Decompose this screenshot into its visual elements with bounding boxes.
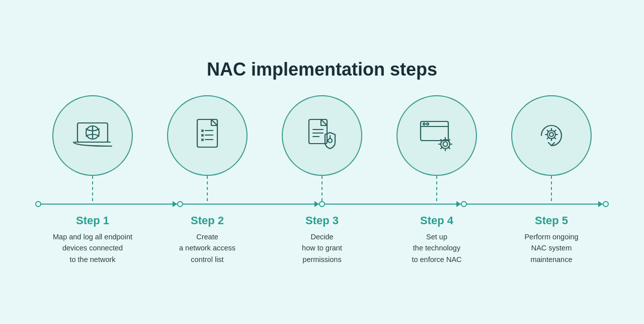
step-1-circle bbox=[52, 95, 133, 176]
svg-point-24 bbox=[443, 142, 448, 146]
step-2-circle bbox=[167, 95, 248, 176]
dash-2 bbox=[150, 176, 265, 201]
step-5-label-area: Step 5 Perform ongoingNAC systemmaintena… bbox=[494, 214, 609, 265]
dash-1 bbox=[35, 176, 150, 201]
step-4-icon-container bbox=[379, 95, 494, 176]
step-1-icon-container bbox=[35, 95, 150, 176]
svg-rect-3 bbox=[197, 119, 217, 147]
page-title: NAC implementation steps bbox=[207, 59, 437, 80]
svg-line-42 bbox=[547, 137, 549, 139]
step-2-icon-container bbox=[150, 95, 265, 176]
svg-line-32 bbox=[441, 147, 442, 149]
svg-line-41 bbox=[554, 130, 556, 132]
dash-4 bbox=[379, 176, 494, 201]
step-5-description: Perform ongoingNAC systemmaintenance bbox=[524, 231, 578, 265]
timeline bbox=[35, 201, 609, 207]
step-2-description: Createa network accesscontrol list bbox=[179, 231, 235, 265]
timeline-dot-2 bbox=[177, 201, 183, 207]
timeline-segment-2 bbox=[183, 204, 319, 205]
step-4-description: Set upthe technologyto enforce NAC bbox=[412, 231, 461, 265]
timeline-segment-4 bbox=[467, 204, 603, 205]
steps-icons-row bbox=[35, 95, 609, 176]
timeline-dot-3 bbox=[319, 201, 325, 207]
timeline-dot-4 bbox=[461, 201, 467, 207]
svg-point-22 bbox=[427, 123, 429, 125]
svg-line-40 bbox=[554, 137, 556, 139]
svg-point-34 bbox=[549, 133, 553, 137]
step-1-description: Map and log all endpointdevices connecte… bbox=[53, 231, 132, 265]
step-4-label-area: Step 4 Set upthe technologyto enforce NA… bbox=[379, 214, 494, 265]
step-3-icon-container bbox=[265, 95, 379, 176]
dashes-row bbox=[35, 176, 609, 201]
step-3-circle bbox=[282, 95, 362, 176]
dash-3 bbox=[265, 176, 379, 201]
step-1-label: Step 1 bbox=[76, 214, 109, 227]
svg-point-17 bbox=[328, 139, 332, 143]
timeline-segment-3 bbox=[325, 204, 461, 205]
svg-point-21 bbox=[423, 123, 425, 125]
step-3-description: Decidehow to grantpermissions bbox=[302, 231, 342, 265]
svg-line-30 bbox=[448, 147, 450, 149]
step-5-label: Step 5 bbox=[535, 214, 568, 227]
step-3-label: Step 3 bbox=[305, 214, 339, 227]
timeline-segment-1 bbox=[41, 204, 177, 205]
timeline-dot-5 bbox=[603, 201, 609, 207]
step-2-label-area: Step 2 Createa network accesscontrol lis… bbox=[150, 214, 265, 265]
timeline-dot-1 bbox=[35, 201, 41, 207]
steps-labels-row: Step 1 Map and log all endpointdevices c… bbox=[35, 214, 609, 265]
dash-5 bbox=[494, 176, 609, 201]
step-1-label-area: Step 1 Map and log all endpointdevices c… bbox=[35, 214, 150, 265]
step-5-icon-container bbox=[494, 95, 609, 176]
step-5-circle bbox=[511, 95, 592, 176]
step-4-circle bbox=[396, 95, 477, 176]
step-4-label: Step 4 bbox=[420, 214, 453, 227]
step-3-label-area: Step 3 Decidehow to grantpermissions bbox=[265, 214, 379, 265]
svg-line-39 bbox=[547, 130, 549, 132]
step-2-label: Step 2 bbox=[191, 214, 224, 227]
